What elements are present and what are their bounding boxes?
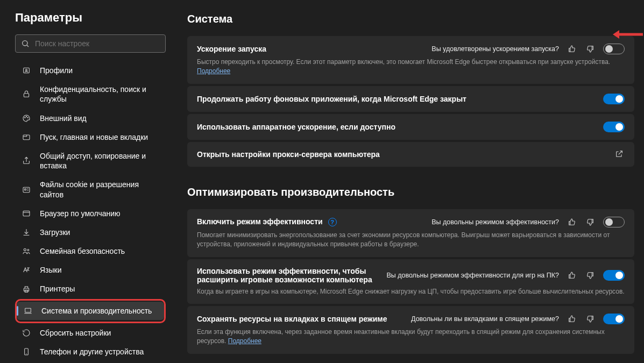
card-hardware-accel: Использовать аппаратное ускорение, если … [187, 114, 634, 140]
sidebar-item-appearance[interactable]: Внешний вид [15, 109, 166, 127]
share-icon [22, 156, 31, 165]
svg-rect-8 [23, 135, 30, 140]
svg-point-6 [26, 116, 26, 117]
highlight-annotation: Система и производительность [15, 299, 166, 323]
search-box[interactable] [15, 34, 166, 53]
toggle-startup-boost[interactable] [603, 44, 625, 54]
sidebar-item-label: Семейная безопасность [40, 246, 125, 256]
svg-point-0 [23, 41, 27, 46]
card-gaming-efficiency: Использовать режим эффективности, чтобы … [187, 259, 634, 304]
svg-point-12 [24, 248, 26, 251]
sidebar-item-reset[interactable]: Сбросить настройки [15, 324, 166, 342]
sidebar-item-label: Конфиденциальность, поиск и службы [40, 84, 159, 104]
sidebar-item-label: Система и производительность [41, 306, 152, 316]
printer-icon [22, 285, 31, 294]
sidebar-item-profiles[interactable]: Профили [15, 61, 166, 80]
card-desc: Если эта функция включена, через заданно… [197, 328, 625, 346]
sidebar-item-share[interactable]: Общий доступ, копирование и вставка [15, 147, 166, 175]
svg-rect-9 [23, 187, 30, 192]
info-icon[interactable]: ? [328, 218, 337, 226]
thumbs-down-icon[interactable] [585, 314, 596, 324]
sidebar-item-label: Принтеры [40, 284, 75, 294]
svg-point-7 [27, 117, 28, 118]
card-title: Ускорение запуска [197, 45, 266, 53]
svg-rect-14 [24, 288, 29, 291]
card-efficiency-mode: Включить режим эффективности ? Вы доволь… [187, 209, 634, 257]
sidebar-item-label: Языки [40, 265, 62, 275]
toggle-background-apps[interactable] [603, 94, 625, 104]
card-background-apps: Продолжать работу фоновых приложений, ко… [187, 86, 634, 112]
sidebar-item-label: Загрузки [40, 227, 70, 237]
toggle-hardware-accel[interactable] [603, 122, 625, 132]
card-title: Открыть настройки прокси-сервера компьют… [197, 150, 380, 159]
toggle-sleeping-tabs[interactable] [603, 314, 625, 324]
sidebar-item-start-home[interactable]: Пуск, главная и новые вкладки [15, 128, 166, 146]
toggle-gaming-efficiency[interactable] [603, 270, 625, 281]
card-proxy-settings[interactable]: Открыть настройки прокси-сервера компьют… [187, 142, 634, 167]
thumbs-down-icon[interactable] [585, 270, 596, 281]
thumbs-down-icon[interactable] [585, 217, 596, 227]
laptop-icon [23, 307, 33, 315]
phone-icon [22, 347, 31, 356]
sidebar-item-phone[interactable]: Телефон и другие устройства [15, 343, 166, 361]
sidebar-item-label: Сбросить настройки [40, 328, 111, 338]
sidebar-item-label: Файлы cookie и разрешения сайтов [40, 180, 159, 199]
sidebar-item-label: Браузер по умолчанию [40, 209, 121, 218]
sidebar-item-label: Общий доступ, копирование и вставка [40, 151, 159, 170]
shield-icon [22, 186, 31, 194]
feedback-question: Вы довольны режимом эффективности для иг… [386, 272, 559, 279]
svg-rect-10 [25, 189, 26, 190]
card-desc: Помогает минимизировать энергопользовани… [197, 231, 625, 250]
learn-more-link[interactable]: Подробнее [197, 67, 230, 75]
svg-point-13 [27, 250, 29, 251]
sidebar-item-privacy[interactable]: Конфиденциальность, поиск и службы [15, 80, 166, 108]
svg-point-3 [26, 69, 27, 71]
profile-icon [22, 66, 31, 75]
feedback-question: Вы удовлетворены ускорением запуска? [431, 45, 559, 53]
download-icon [22, 228, 31, 237]
card-title: Продолжать работу фоновых приложений, ко… [197, 95, 466, 103]
lock-icon [22, 90, 31, 98]
language-icon [22, 266, 31, 274]
svg-line-1 [27, 45, 29, 47]
learn-more-link[interactable]: Подробнее [228, 337, 261, 345]
card-title: Сохранять ресурсы на вкладках в спящем р… [197, 315, 387, 323]
card-desc: Когда вы играете в игры на компьютере, M… [197, 287, 625, 296]
sidebar-item-label: Пуск, главная и новые вкладки [40, 132, 148, 142]
thumbs-up-icon[interactable] [567, 44, 577, 54]
settings-title: Параметры [15, 11, 166, 25]
tab-icon [22, 133, 31, 141]
sidebar-item-label: Внешний вид [40, 113, 87, 123]
svg-rect-2 [24, 68, 30, 73]
sidebar-item-label: Профили [40, 66, 73, 75]
sidebar-item-printers[interactable]: Принтеры [15, 280, 166, 298]
thumbs-down-icon[interactable] [585, 44, 596, 54]
family-icon [22, 247, 31, 255]
svg-rect-4 [24, 94, 29, 97]
thumbs-up-icon[interactable] [567, 314, 577, 324]
sidebar-item-languages[interactable]: Языки [15, 261, 166, 279]
sidebar-item-downloads[interactable]: Загрузки [15, 223, 166, 241]
thumbs-up-icon[interactable] [567, 270, 577, 281]
card-title: Использовать режим эффективности, чтобы … [197, 267, 380, 284]
feedback-question: Вы довольны режимом эффективности? [431, 218, 559, 226]
sidebar-item-system[interactable]: Система и производительность [17, 302, 164, 320]
sidebar-item-family[interactable]: Семейная безопасность [15, 242, 166, 260]
sidebar-item-label: Телефон и другие устройства [40, 347, 144, 357]
external-link-icon [615, 150, 625, 159]
svg-rect-16 [25, 308, 31, 312]
card-sleeping-tabs: Сохранять ресурсы на вкладках в спящем р… [187, 306, 634, 354]
search-input[interactable] [35, 39, 160, 48]
section-title-optimize: Оптимизировать производительность [187, 186, 634, 198]
palette-icon [22, 114, 31, 123]
sidebar-item-cookies[interactable]: Файлы cookie и разрешения сайтов [15, 175, 166, 203]
sidebar-item-default-browser[interactable]: Браузер по умолчанию [15, 204, 166, 223]
card-title: Использовать аппаратное ускорение, если … [197, 123, 395, 131]
thumbs-up-icon[interactable] [567, 217, 577, 227]
svg-rect-11 [23, 211, 30, 216]
card-startup-boost: Ускорение запуска Вы удовлетворены ускор… [187, 36, 634, 84]
search-icon [21, 39, 30, 48]
section-title-system: Система [187, 13, 634, 25]
reset-icon [22, 329, 31, 337]
toggle-efficiency[interactable] [603, 217, 625, 227]
